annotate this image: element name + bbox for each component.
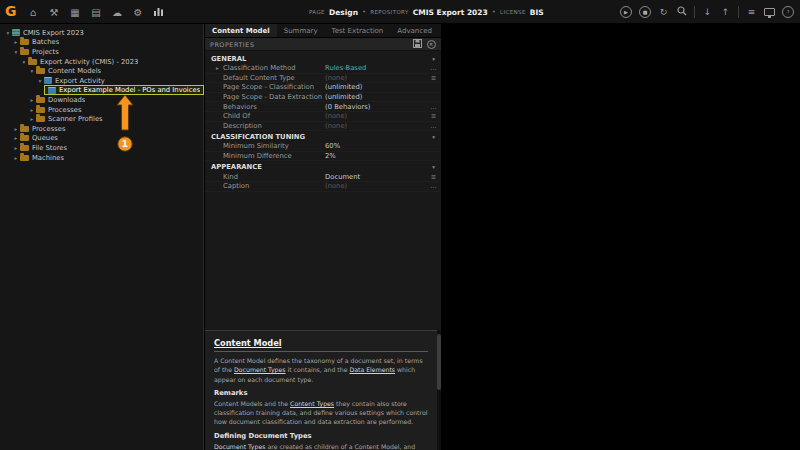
menu-button[interactable]: ≡ — [426, 112, 441, 120]
section-header-general[interactable]: GENERAL ▾ — [205, 53, 441, 64]
docs-scrollbar-thumb[interactable] — [437, 334, 441, 390]
tree-item-projects[interactable]: ▾ Projects — [0, 47, 203, 57]
expander-icon[interactable]: ▸ — [12, 155, 20, 161]
cancel-icon[interactable]: ✕ — [427, 40, 436, 49]
document-types-link[interactable]: Document Types — [234, 366, 285, 373]
property-value[interactable]: Document — [325, 173, 426, 181]
property-row-kind[interactable]: Kind Document ≡ — [205, 172, 441, 182]
property-value[interactable]: (none) — [325, 74, 426, 82]
expander-icon[interactable]: ▾ — [4, 30, 12, 36]
property-row-minimum-similarity[interactable]: Minimum Similarity 60% — [205, 142, 441, 152]
layers-icon[interactable]: ≡ — [746, 7, 757, 17]
tree-item-queues[interactable]: ▸ Queues — [0, 134, 203, 144]
chevron-down-icon[interactable]: ▾ — [432, 56, 435, 62]
home-icon[interactable]: ⌂ — [27, 7, 39, 18]
property-value[interactable]: (unlimited) — [325, 83, 426, 91]
expander-icon[interactable]: ▸ — [28, 107, 36, 113]
tree-item-selected[interactable]: Export Example Model - POs and Invoices — [0, 86, 203, 96]
expander-icon[interactable]: ▾ — [12, 49, 20, 55]
tools-icon[interactable]: ⚒ — [48, 7, 60, 18]
ellipsis-button[interactable]: … — [426, 182, 441, 190]
gear-icon[interactable]: ⚙ — [132, 7, 144, 18]
upload-icon[interactable]: ↑ — [720, 7, 731, 17]
property-row-page-scope-data-extraction[interactable]: Page Scope - Data Extraction (unlimited) — [205, 93, 441, 103]
tree-item-scanner-profiles[interactable]: ▸ Scanner Profiles — [0, 114, 203, 124]
tab-content-model[interactable]: Content Model — [205, 24, 277, 37]
content-types-link[interactable]: Content Types — [290, 400, 334, 407]
section-header-appearance[interactable]: APPEARANCE ▾ — [205, 161, 441, 172]
stats-icon[interactable] — [153, 7, 165, 18]
property-row-description[interactable]: Description (none) … — [205, 122, 441, 132]
property-value[interactable]: (0 Behaviors) — [325, 103, 426, 111]
property-value[interactable]: Rules-Based — [325, 64, 426, 72]
menu-button[interactable]: ≡ — [426, 173, 441, 181]
tree-item-content-models[interactable]: ▾ Content Models — [0, 66, 203, 76]
selected-node-box[interactable]: Export Example Model - POs and Invoices — [44, 85, 204, 95]
expander-icon[interactable]: ▾ — [36, 78, 44, 84]
data-elements-link[interactable]: Data Elements — [349, 366, 395, 373]
tree-item-root[interactable]: ▾ CMIS Export 2023 — [0, 28, 203, 38]
remarks-heading: Remarks — [214, 389, 428, 397]
tab-test-extraction[interactable]: Test Extraction — [325, 24, 391, 37]
play-icon[interactable]: ▶ — [620, 6, 632, 18]
property-value[interactable]: (none) — [325, 122, 426, 130]
docs-scrollbar[interactable] — [437, 330, 441, 450]
expander-icon[interactable]: ▸ — [28, 97, 36, 103]
storage-icon[interactable]: ▤ — [90, 7, 102, 18]
content-model-icon — [48, 87, 56, 94]
save-icon[interactable] — [413, 39, 422, 49]
toolbar-divider — [694, 6, 695, 18]
tree-item-project[interactable]: ▾ Export Activity (CMIS) - 2023 — [0, 57, 203, 67]
tree-item-batches[interactable]: ▸ Batches — [0, 38, 203, 48]
content-model-icon — [44, 77, 52, 84]
property-value[interactable]: 2% — [325, 152, 426, 160]
download-icon[interactable]: ↓ — [702, 7, 713, 17]
expander-icon[interactable]: ▸ — [12, 39, 20, 45]
property-row-minimum-difference[interactable]: Minimum Difference 2% — [205, 152, 441, 162]
tree-item-downloads[interactable]: ▸ Downloads — [0, 95, 203, 105]
tree-item-export-activity[interactable]: ▾ Export Activity — [0, 76, 203, 86]
expander-icon[interactable]: ▸ — [28, 116, 36, 122]
help-icon[interactable]: ? — [782, 6, 794, 18]
tree-item-label: CMIS Export 2023 — [23, 29, 84, 37]
display-icon[interactable] — [764, 8, 775, 16]
property-row-page-scope-classification[interactable]: Page Scope - Classification (unlimited) — [205, 83, 441, 93]
tree-item-processes[interactable]: ▸ Processes — [0, 124, 203, 134]
property-row-child-of[interactable]: Child Of (none) ≡ — [205, 112, 441, 122]
cloud-icon[interactable]: ☁ — [111, 7, 123, 18]
expander-icon[interactable]: ▸ — [216, 65, 223, 71]
ellipsis-button[interactable]: … — [426, 64, 441, 72]
property-row-behaviors[interactable]: Behaviors (0 Behaviors) … — [205, 102, 441, 112]
search-icon[interactable] — [676, 6, 687, 18]
ellipsis-button[interactable]: … — [426, 122, 441, 130]
tab-advanced[interactable]: Advanced — [390, 24, 439, 37]
property-value[interactable]: (unlimited) — [325, 93, 426, 101]
document-types-link[interactable]: Document Types — [214, 443, 265, 450]
stop-icon[interactable]: ■ — [639, 6, 651, 18]
tree-item-label: Machines — [32, 154, 64, 162]
property-value[interactable]: (none) — [325, 182, 426, 190]
expander-icon[interactable]: ▾ — [28, 68, 36, 74]
expander-icon[interactable]: ▸ — [12, 126, 20, 132]
chevron-down-icon[interactable]: ▾ — [432, 134, 435, 140]
expander-icon[interactable]: ▸ — [12, 145, 20, 151]
property-row-caption[interactable]: Caption (none) … — [205, 182, 441, 192]
ellipsis-button[interactable]: … — [426, 103, 441, 111]
section-title: CLASSIFICATION TUNING — [211, 133, 305, 141]
section-header-classification-tuning[interactable]: CLASSIFICATION TUNING ▾ — [205, 131, 441, 142]
tree-item-machines[interactable]: ▸ Machines — [0, 153, 203, 163]
expander-icon[interactable]: ▸ — [12, 135, 20, 141]
expander-icon[interactable]: ▾ — [20, 59, 28, 65]
tree-item-file-stores[interactable]: ▸ File Stores — [0, 143, 203, 153]
property-value[interactable]: (none) — [325, 112, 426, 120]
property-row-classification-method[interactable]: ▸ Classification Method Rules-Based … — [205, 64, 441, 74]
menu-button[interactable]: ≡ — [426, 74, 441, 82]
property-value[interactable]: 60% — [325, 142, 426, 150]
property-label: Child Of — [223, 112, 325, 120]
property-row-default-content-type[interactable]: Default Content Type (none) ≡ — [205, 74, 441, 84]
chevron-down-icon[interactable]: ▾ — [432, 164, 435, 170]
tree-item-processes-project[interactable]: ▸ Processes — [0, 105, 203, 115]
tab-summary[interactable]: Summary — [277, 24, 325, 37]
batches-icon[interactable]: ▦ — [69, 7, 81, 18]
refresh-icon[interactable]: ↻ — [658, 7, 669, 17]
